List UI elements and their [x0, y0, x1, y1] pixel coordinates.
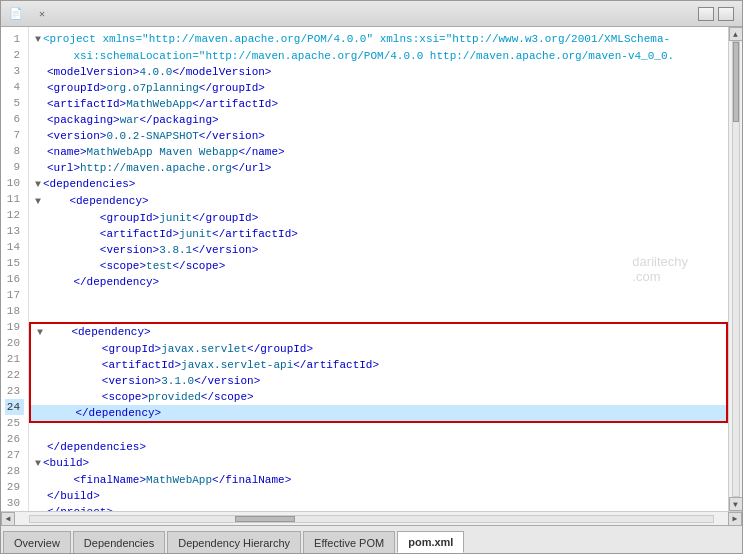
main-window: 📄 ✕ 123456789101112131415161718192021222… — [0, 0, 743, 554]
line-number-1: 1 — [5, 31, 24, 47]
code-line-16: </dependency> — [29, 274, 728, 290]
code-line-13: <artifactId>junit</artifactId> — [29, 226, 728, 242]
line-number-13: 13 — [5, 223, 24, 239]
line-numbers: 1234567891011121314151617181920212223242… — [1, 27, 29, 511]
code-line-24: </dependency> — [29, 405, 728, 423]
line-number-21: 21 — [5, 351, 24, 367]
tab-dependency-hierarchy[interactable]: Dependency Hierarchy — [167, 531, 301, 553]
line-number-16: 16 — [5, 271, 24, 287]
code-line-17 — [29, 290, 728, 306]
line-number-19: 19 — [5, 319, 24, 335]
line-number-30: 30 — [5, 495, 24, 511]
scroll-up-button[interactable]: ▲ — [729, 27, 743, 41]
line-number-14: 14 — [5, 239, 24, 255]
scroll-down-button[interactable]: ▼ — [729, 497, 743, 511]
code-line-26: </dependencies> — [29, 439, 728, 455]
maximize-button[interactable] — [718, 7, 734, 21]
line-number-17: 17 — [5, 287, 24, 303]
code-line-9: <url>http://maven.apache.org</url> — [29, 160, 728, 176]
scrollbar-thumb-y[interactable] — [733, 42, 739, 122]
line-number-15: 15 — [5, 255, 24, 271]
code-line-4: <groupId>org.o7planning</groupId> — [29, 80, 728, 96]
title-bar-controls — [698, 7, 734, 21]
code-line-10: ▼<dependencies> — [29, 176, 728, 193]
line-number-6: 6 — [5, 111, 24, 127]
collapse-icon[interactable]: ▼ — [35, 458, 41, 469]
code-line-23: <scope>provided</scope> — [29, 389, 728, 405]
scrollbar-track-y[interactable] — [732, 41, 740, 497]
line-number-12: 12 — [5, 207, 24, 223]
code-line-22: <version>3.1.0</version> — [29, 373, 728, 389]
code-line-29: </build> — [29, 488, 728, 504]
close-tab-icon[interactable]: ✕ — [39, 8, 45, 20]
scrollbar-thumb-x[interactable] — [235, 516, 295, 522]
code-line-25 — [29, 423, 728, 439]
tab-effective-pom[interactable]: Effective POM — [303, 531, 395, 553]
line-number-28: 28 — [5, 463, 24, 479]
line-number-5: 5 — [5, 95, 24, 111]
line-number-4: 4 — [5, 79, 24, 95]
line-number-20: 20 — [5, 335, 24, 351]
code-container: 1234567891011121314151617181920212223242… — [1, 27, 742, 511]
tab-dependencies[interactable]: Dependencies — [73, 531, 165, 553]
line-number-2: 2 — [5, 47, 24, 63]
line-number-25: 25 — [5, 415, 24, 431]
line-number-27: 27 — [5, 447, 24, 463]
title-bar: 📄 ✕ — [1, 1, 742, 27]
line-number-7: 7 — [5, 127, 24, 143]
tab-overview[interactable]: Overview — [3, 531, 71, 553]
code-line-2: xsi:schemaLocation="http://maven.apache.… — [29, 48, 728, 64]
code-lines[interactable]: dariitechy.com ▼<project xmlns="http://m… — [29, 27, 728, 511]
vertical-scrollbar[interactable]: ▲ ▼ — [728, 27, 742, 511]
code-line-5: <artifactId>MathWebApp</artifactId> — [29, 96, 728, 112]
code-line-14: <version>3.8.1</version> — [29, 242, 728, 258]
collapse-icon[interactable]: ▼ — [35, 34, 41, 45]
line-number-8: 8 — [5, 143, 24, 159]
title-bar-left: 📄 ✕ — [9, 7, 45, 20]
scrollbar-track-x[interactable] — [29, 515, 714, 523]
collapse-icon[interactable]: ▼ — [37, 327, 43, 338]
line-number-18: 18 — [5, 303, 24, 319]
code-line-28: <finalName>MathWebApp</finalName> — [29, 472, 728, 488]
code-line-19: ▼ <dependency> — [29, 322, 728, 341]
line-number-24: 24 — [5, 399, 24, 415]
minimize-button[interactable] — [698, 7, 714, 21]
line-number-3: 3 — [5, 63, 24, 79]
code-line-21: <artifactId>javax.servlet-api</artifactI… — [29, 357, 728, 373]
code-line-7: <version>0.0.2-SNAPSHOT</version> — [29, 128, 728, 144]
line-number-10: 10 — [5, 175, 24, 191]
code-line-1: ▼<project xmlns="http://maven.apache.org… — [29, 31, 728, 48]
tab-pom-xml[interactable]: pom.xml — [397, 531, 464, 553]
line-number-9: 9 — [5, 159, 24, 175]
code-line-20: <groupId>javax.servlet</groupId> — [29, 341, 728, 357]
code-line-27: ▼<build> — [29, 455, 728, 472]
line-number-26: 26 — [5, 431, 24, 447]
code-line-18 — [29, 306, 728, 322]
collapse-icon[interactable]: ▼ — [35, 196, 41, 207]
editor-area: 1234567891011121314151617181920212223242… — [1, 27, 742, 525]
horizontal-scrollbar[interactable]: ◀ ▶ — [1, 511, 742, 525]
code-line-8: <name>MathWebApp Maven Webapp</name> — [29, 144, 728, 160]
tabs-bar: OverviewDependenciesDependency Hierarchy… — [1, 525, 742, 553]
file-icon: 📄 — [9, 7, 23, 20]
line-number-11: 11 — [5, 191, 24, 207]
code-line-15: <scope>test</scope> — [29, 258, 728, 274]
line-number-22: 22 — [5, 367, 24, 383]
line-number-29: 29 — [5, 479, 24, 495]
code-line-6: <packaging>war</packaging> — [29, 112, 728, 128]
code-line-12: <groupId>junit</groupId> — [29, 210, 728, 226]
code-line-30: </project> — [29, 504, 728, 511]
collapse-icon[interactable]: ▼ — [35, 179, 41, 190]
code-line-3: <modelVersion>4.0.0</modelVersion> — [29, 64, 728, 80]
scroll-left-button[interactable]: ◀ — [1, 512, 15, 526]
scroll-right-button[interactable]: ▶ — [728, 512, 742, 526]
code-line-11: ▼ <dependency> — [29, 193, 728, 210]
line-number-23: 23 — [5, 383, 24, 399]
